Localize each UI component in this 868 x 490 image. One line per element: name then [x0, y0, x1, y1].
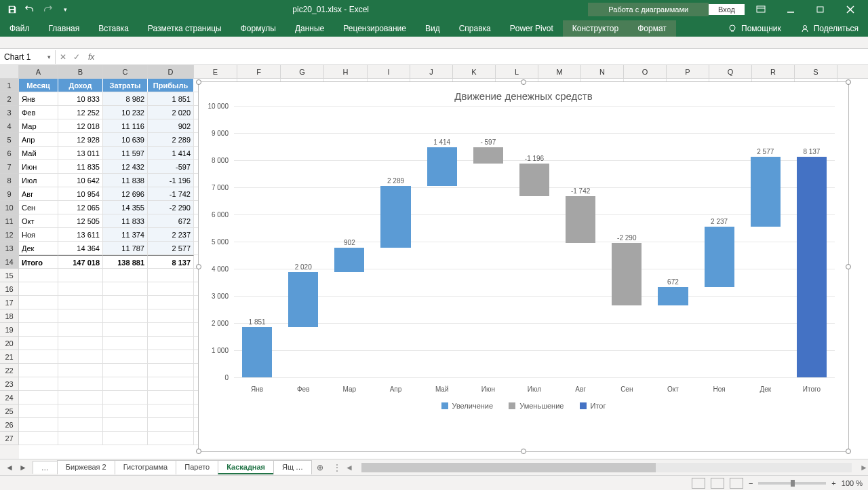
ribbon-display-options-icon[interactable] [747, 0, 774, 19]
enter-icon[interactable]: ✓ [73, 52, 80, 62]
sheet-nav-next[interactable]: ► [19, 463, 27, 472]
cell[interactable] [148, 391, 194, 404]
row-header[interactable]: 20 [0, 337, 19, 350]
cell[interactable]: 11 597 [103, 147, 148, 160]
chart-legend[interactable]: Увеличение Уменьшение Итог [199, 398, 848, 415]
waterfall-bar[interactable] [658, 287, 688, 305]
select-all-corner[interactable] [0, 65, 19, 78]
row-header[interactable]: 18 [0, 309, 19, 323]
formula-input[interactable] [98, 50, 868, 64]
waterfall-bar[interactable] [612, 243, 642, 305]
resize-handle[interactable] [196, 264, 201, 269]
cell[interactable] [103, 364, 148, 377]
cell[interactable]: 8 982 [103, 92, 148, 106]
row-header[interactable]: 26 [0, 418, 19, 432]
resize-handle[interactable] [521, 449, 526, 454]
cell[interactable] [58, 323, 103, 337]
tab-data[interactable]: Данные [285, 20, 334, 37]
column-header[interactable]: D [148, 65, 194, 78]
column-header[interactable]: G [281, 65, 324, 78]
worksheet-grid[interactable]: 1234567891011121314151617181920212223242… [0, 79, 868, 459]
column-header[interactable]: S [795, 65, 837, 78]
tab-format[interactable]: Формат [628, 20, 676, 37]
cell[interactable]: 1 851 [148, 92, 194, 106]
cell[interactable]: Итого [19, 255, 58, 269]
resize-handle[interactable] [846, 449, 851, 454]
cell[interactable] [58, 282, 103, 296]
cell[interactable] [103, 391, 148, 404]
row-header[interactable]: 4 [0, 119, 19, 133]
tab-design[interactable]: Конструктор [563, 20, 628, 37]
sheet-tab[interactable]: Гистограмма [115, 460, 177, 474]
qat-customize-icon[interactable]: ▾ [57, 2, 73, 17]
cell[interactable] [58, 364, 103, 377]
cell[interactable] [148, 364, 194, 377]
cell[interactable] [103, 432, 148, 445]
column-header[interactable]: F [237, 65, 281, 78]
cell[interactable]: 2 237 [148, 228, 194, 242]
close-button[interactable] [837, 0, 864, 19]
cell[interactable]: 10 642 [58, 174, 103, 187]
cell[interactable] [148, 418, 194, 432]
row-header[interactable]: 7 [0, 160, 19, 174]
cell[interactable]: 2 577 [148, 242, 194, 255]
scroll-left-icon[interactable]: ◄ [345, 463, 353, 472]
cell[interactable]: Месяц [19, 79, 58, 92]
cell[interactable]: 147 018 [58, 255, 103, 269]
row-header[interactable]: 11 [0, 214, 19, 228]
row-header[interactable]: 8 [0, 174, 19, 187]
tab-formulas[interactable]: Формулы [231, 20, 285, 37]
cell[interactable]: 11 787 [103, 242, 148, 255]
name-box[interactable]: Chart 1▾ [0, 50, 56, 64]
row-header[interactable]: 6 [0, 147, 19, 160]
cell[interactable] [148, 296, 194, 309]
resize-handle[interactable] [521, 79, 526, 85]
cell[interactable]: 12 505 [58, 214, 103, 228]
chart-title[interactable]: Движение денежных средств [199, 82, 848, 106]
waterfall-bar[interactable] [519, 164, 549, 196]
row-header[interactable]: 22 [0, 364, 19, 377]
cell[interactable] [19, 418, 58, 432]
row-header[interactable]: 23 [0, 377, 19, 391]
cell[interactable] [148, 432, 194, 445]
cancel-icon[interactable]: ✕ [60, 52, 66, 62]
cell[interactable] [19, 350, 58, 364]
cell[interactable]: -597 [148, 160, 194, 174]
redo-button[interactable] [39, 2, 56, 17]
cell[interactable] [19, 296, 58, 309]
cell[interactable]: 672 [148, 214, 194, 228]
waterfall-bar[interactable] [334, 248, 364, 272]
view-page-break-button[interactable] [730, 478, 743, 489]
resize-handle[interactable] [846, 264, 851, 269]
cell[interactable] [103, 350, 148, 364]
cell[interactable]: 12 696 [103, 187, 148, 201]
row-header[interactable]: 13 [0, 242, 19, 255]
cell[interactable] [58, 296, 103, 309]
column-header[interactable]: O [624, 65, 667, 78]
sheet-tab[interactable]: Ящ … [273, 460, 312, 474]
cell[interactable]: 2 020 [148, 106, 194, 119]
sheet-tab[interactable]: Каскадная [218, 460, 274, 474]
cell[interactable]: 14 355 [103, 201, 148, 214]
cell[interactable]: 12 065 [58, 201, 103, 214]
maximize-button[interactable] [807, 0, 834, 19]
cell[interactable]: 11 838 [103, 174, 148, 187]
resize-handle[interactable] [846, 79, 851, 85]
cell[interactable]: Затраты [103, 79, 148, 92]
row-header[interactable]: 27 [0, 432, 19, 445]
cell[interactable]: Доход [58, 79, 103, 92]
cell[interactable]: Сен [19, 201, 58, 214]
cell[interactable] [148, 323, 194, 337]
row-header[interactable]: 12 [0, 228, 19, 242]
scroll-right-icon[interactable]: ► [860, 463, 868, 472]
waterfall-bar[interactable] [288, 272, 318, 327]
row-header[interactable]: 9 [0, 187, 19, 201]
cell[interactable]: 11 116 [103, 119, 148, 133]
row-header[interactable]: 15 [0, 269, 19, 282]
cell[interactable] [148, 282, 194, 296]
cell[interactable]: 10 232 [103, 106, 148, 119]
cell[interactable]: Ноя [19, 228, 58, 242]
cell[interactable]: Прибыль [148, 79, 194, 92]
cell[interactable]: 2 289 [148, 133, 194, 147]
zoom-level[interactable]: 100 % [842, 479, 863, 487]
